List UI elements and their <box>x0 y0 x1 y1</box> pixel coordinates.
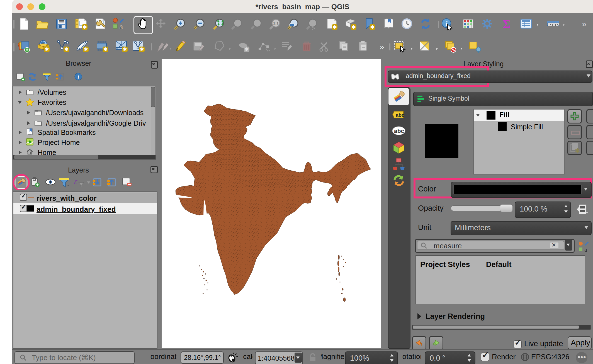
svg-text:Σ: Σ <box>503 18 511 30</box>
svg-text:a: a <box>120 23 123 30</box>
svg-text:✱: ✱ <box>140 47 144 52</box>
svg-text:✱: ✱ <box>64 47 68 52</box>
svg-text:✱: ✱ <box>83 25 87 30</box>
svg-text:a: a <box>584 246 587 253</box>
svg-text:✱: ✱ <box>333 25 337 30</box>
svg-text:abc: abc <box>394 128 404 134</box>
svg-text:1:1: 1:1 <box>273 21 279 25</box>
svg-text:✱: ✱ <box>352 25 356 30</box>
svg-text:✱: ✱ <box>103 47 107 52</box>
svg-text:abc: abc <box>396 112 404 118</box>
svg-text:✱: ✱ <box>245 47 249 52</box>
svg-text:ε: ε <box>74 177 77 186</box>
svg-text:i: i <box>446 20 448 27</box>
svg-text:✱: ✱ <box>45 47 49 52</box>
svg-text:✱: ✱ <box>370 25 374 30</box>
svg-text:i: i <box>77 74 79 80</box>
svg-text:✱: ✱ <box>123 47 127 52</box>
svg-text:✱: ✱ <box>84 47 88 52</box>
